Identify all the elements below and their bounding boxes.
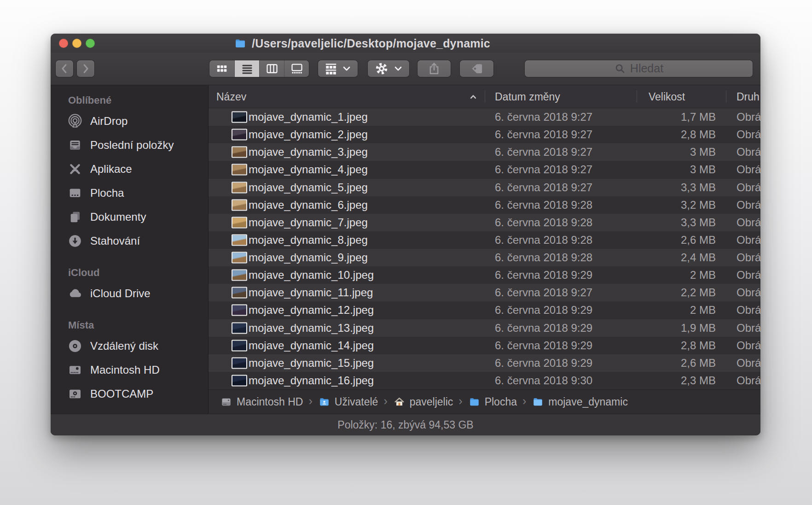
column-divider[interactable] — [485, 90, 485, 103]
file-size: 3 MB — [637, 146, 716, 159]
folder-icon[interactable] — [233, 38, 247, 49]
file-size: 2 MB — [637, 269, 716, 282]
share-button[interactable] — [418, 60, 451, 77]
column-header-size[interactable]: Velikost — [649, 85, 685, 108]
sidebar-item-label: Macintosh HD — [90, 364, 160, 376]
tag-button[interactable] — [460, 60, 493, 77]
gallery-view-button[interactable] — [284, 60, 309, 77]
status-bar: Položky: 16, zbývá 94,53 GB — [51, 414, 760, 435]
forward-button[interactable] — [77, 60, 94, 77]
column-header-date[interactable]: Datum změny — [495, 85, 560, 108]
file-date-modified: 6. června 2018 9:28 — [495, 234, 592, 247]
sidebar-item-icloud-drive[interactable]: iCloud Drive — [51, 282, 208, 305]
sidebar-item-bootcamp[interactable]: BOOTCAMP — [51, 382, 208, 406]
file-name: mojave_dynamic_4.jpeg — [249, 163, 368, 176]
file-thumbnail — [232, 340, 247, 351]
group-by-button[interactable] — [318, 60, 358, 77]
finder-window: /Users/paveljelic/Desktop/mojave_dynamic — [51, 34, 760, 435]
file-row[interactable]: mojave_dynamic_14.jpeg6. června 2018 9:2… — [209, 337, 760, 354]
grid-view-icon — [215, 62, 228, 75]
file-row[interactable]: mojave_dynamic_8.jpeg6. června 2018 9:28… — [209, 231, 760, 249]
breadcrumb-label: Macintosh HD — [237, 396, 303, 408]
file-row[interactable]: mojave_dynamic_11.jpeg6. června 2018 9:2… — [209, 284, 760, 301]
file-kind: Obrázek JPEG — [737, 216, 760, 229]
breadcrumb-item-paveljelic[interactable]: paveljelic — [393, 396, 453, 408]
file-thumbnail — [232, 182, 247, 193]
file-size: 2,6 MB — [637, 234, 716, 247]
breadcrumb-separator: › — [383, 394, 388, 409]
file-date-modified: 6. června 2018 9:29 — [495, 357, 592, 370]
breadcrumb-label: Uživatelé — [335, 396, 378, 408]
file-thumbnail — [232, 305, 247, 316]
file-row[interactable]: mojave_dynamic_3.jpeg6. června 2018 9:27… — [209, 143, 760, 161]
sidebar-item-vzd-len-disk[interactable]: Vzdálený disk — [51, 334, 208, 358]
breadcrumb-item-u-ivatel[interactable]: Uživatelé — [318, 396, 378, 408]
sidebar: OblíbenéAirDropPoslední položkyAplikaceP… — [51, 85, 209, 414]
file-name: mojave_dynamic_3.jpeg — [249, 146, 368, 159]
group-icon — [324, 62, 338, 76]
file-date-modified: 6. června 2018 9:28 — [495, 199, 592, 211]
file-row[interactable]: mojave_dynamic_15.jpeg6. června 2018 9:2… — [209, 354, 760, 372]
users-folder-icon — [318, 397, 331, 407]
title-bar[interactable]: /Users/paveljelic/Desktop/mojave_dynamic — [51, 34, 760, 53]
sidebar-section-label: Oblíbené — [51, 92, 208, 109]
file-row[interactable]: mojave_dynamic_9.jpeg6. června 2018 9:28… — [209, 249, 760, 266]
gallery-view-icon — [290, 62, 303, 75]
file-date-modified: 6. června 2018 9:28 — [495, 216, 592, 229]
column-divider[interactable] — [726, 90, 726, 103]
airdrop-icon — [67, 113, 83, 129]
file-kind: Obrázek JPEG — [737, 163, 760, 176]
file-date-modified: 6. června 2018 9:29 — [495, 322, 592, 335]
search-input[interactable] — [525, 60, 753, 77]
sidebar-item-stahov-n[interactable]: Stahování — [51, 229, 208, 253]
file-list: mojave_dynamic_1.jpeg6. června 2018 9:27… — [209, 108, 760, 389]
breadcrumb-item-macintosh-hd[interactable]: Macintosh HD — [220, 396, 303, 408]
icon-view-button[interactable] — [209, 60, 234, 77]
file-row[interactable]: mojave_dynamic_16.jpeg6. června 2018 9:3… — [209, 372, 760, 389]
file-row[interactable]: mojave_dynamic_4.jpeg6. června 2018 9:27… — [209, 161, 760, 178]
sidebar-item-aplikace[interactable]: Aplikace — [51, 157, 208, 181]
column-header-name[interactable]: Název — [216, 85, 246, 108]
file-size: 2,8 MB — [637, 128, 716, 141]
sidebar-item-posledn-polo-ky[interactable]: Poslední položky — [51, 133, 208, 157]
file-kind: Obrázek JPEG — [737, 199, 760, 211]
action-menu-button[interactable] — [368, 60, 409, 77]
file-name: mojave_dynamic_8.jpeg — [249, 234, 368, 247]
breadcrumb-separator: › — [308, 394, 313, 409]
sidebar-item-macintosh-hd[interactable]: Macintosh HD — [51, 358, 208, 382]
external-drive-icon — [67, 386, 83, 402]
sidebar-item-dokumenty[interactable]: Dokumenty — [51, 205, 208, 229]
share-icon — [427, 62, 441, 76]
file-size: 1,9 MB — [637, 322, 716, 335]
drive-icon — [220, 397, 232, 407]
file-date-modified: 6. června 2018 9:29 — [495, 269, 592, 282]
column-header-kind[interactable]: Druh — [737, 85, 760, 108]
file-row[interactable]: mojave_dynamic_1.jpeg6. června 2018 9:27… — [209, 108, 760, 126]
column-divider[interactable] — [637, 90, 637, 103]
column-view-button[interactable] — [259, 60, 284, 77]
sidebar-item-plocha[interactable]: Plocha — [51, 181, 208, 205]
file-row[interactable]: mojave_dynamic_2.jpeg6. června 2018 9:27… — [209, 126, 760, 143]
remote-disc-icon — [67, 338, 83, 354]
file-name: mojave_dynamic_6.jpeg — [249, 199, 368, 211]
file-row[interactable]: mojave_dynamic_6.jpeg6. června 2018 9:28… — [209, 196, 760, 214]
file-row[interactable]: mojave_dynamic_10.jpeg6. června 2018 9:2… — [209, 266, 760, 284]
file-size: 2,6 MB — [637, 357, 716, 370]
breadcrumb-item-mojave-dynamic[interactable]: mojave_dynamic — [532, 396, 628, 408]
sidebar-section-icloud: iCloudiCloud Drive — [51, 264, 208, 305]
file-row[interactable]: mojave_dynamic_5.jpeg6. června 2018 9:27… — [209, 179, 760, 196]
file-kind: Obrázek JPEG — [737, 286, 760, 299]
file-row[interactable]: mojave_dynamic_12.jpeg6. června 2018 9:2… — [209, 301, 760, 319]
sidebar-item-label: AirDrop — [90, 115, 128, 128]
back-button[interactable] — [56, 60, 73, 77]
window-body: OblíbenéAirDropPoslední položkyAplikaceP… — [51, 85, 760, 414]
file-row[interactable]: mojave_dynamic_7.jpeg6. června 2018 9:28… — [209, 214, 760, 231]
breadcrumb-item-plocha[interactable]: Plocha — [468, 396, 517, 408]
file-row[interactable]: mojave_dynamic_13.jpeg6. června 2018 9:2… — [209, 319, 760, 337]
file-size: 2,2 MB — [637, 286, 716, 299]
list-view-button[interactable] — [234, 60, 259, 77]
file-date-modified: 6. června 2018 9:27 — [495, 163, 592, 176]
sidebar-item-airdrop[interactable]: AirDrop — [51, 109, 208, 133]
file-date-modified: 6. června 2018 9:27 — [495, 286, 592, 299]
file-thumbnail — [232, 287, 247, 299]
